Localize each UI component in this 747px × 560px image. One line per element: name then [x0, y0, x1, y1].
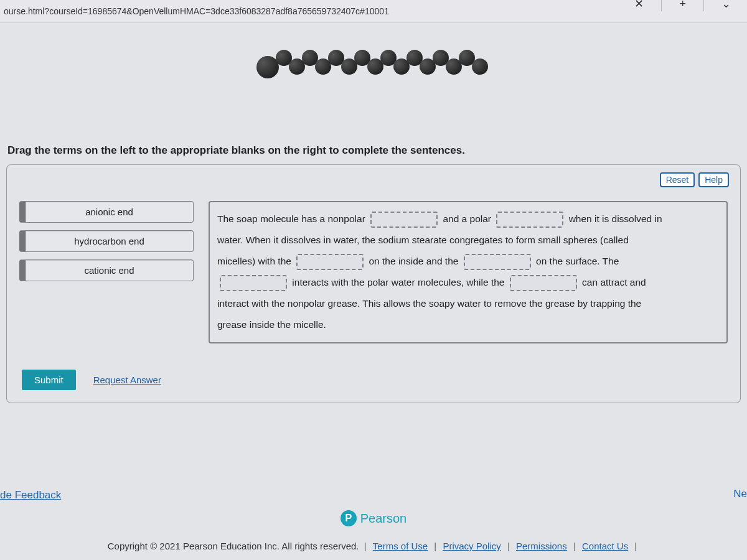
submit-row: Submit Request Answer: [22, 370, 725, 390]
footer: Copyright © 2021 Pearson Education Inc. …: [0, 541, 747, 551]
sentence-text: micelles) with the: [217, 256, 291, 266]
sentence-text: on the inside and the: [369, 256, 459, 266]
url-text: ourse.html?courseId=16985674&OpenVellumH…: [4, 6, 389, 16]
close-tab-icon[interactable]: ✕: [634, 0, 644, 11]
draggable-term[interactable]: hydrocarbon end: [19, 230, 194, 252]
blank-slot[interactable]: [220, 275, 287, 291]
drag-area: anionic end hydrocarbon end cationic end…: [19, 201, 728, 343]
permissions-link[interactable]: Permissions: [516, 541, 567, 551]
pipe-separator: |: [634, 541, 637, 551]
activity-controls: Reset Help: [660, 172, 729, 187]
blank-slot[interactable]: [296, 254, 364, 270]
sentence-text: interact with the nonpolar grease. This …: [217, 298, 641, 309]
new-tab-icon[interactable]: +: [679, 0, 686, 11]
browser-chrome: ourse.html?courseId=16985674&OpenVellumH…: [0, 0, 747, 22]
sentence-text: when it is dissolved in: [569, 213, 662, 224]
pearson-logo: P Pearson: [341, 510, 407, 526]
sentence-text: interacts with the polar water molecules…: [292, 277, 504, 287]
privacy-link[interactable]: Privacy Policy: [443, 541, 500, 551]
draggable-term[interactable]: cationic end: [19, 259, 194, 281]
molecule-image: [255, 40, 492, 95]
pipe-separator: |: [573, 541, 576, 551]
next-link-fragment[interactable]: Ne: [733, 488, 747, 500]
pearson-p-icon: P: [341, 510, 357, 526]
term-list: anionic end hydrocarbon end cationic end: [19, 201, 194, 343]
sentence-text: water. When it dissolves in water, the s…: [217, 235, 629, 245]
sentence-dropzone: The soap molecule has a nonpolar and a p…: [209, 201, 728, 343]
tab-separator: [661, 0, 662, 11]
brand-bar: P Pearson: [0, 510, 747, 526]
copyright-text: Copyright © 2021 Pearson Education Inc. …: [108, 541, 359, 551]
blank-slot[interactable]: [496, 212, 563, 228]
pipe-separator: |: [507, 541, 510, 551]
blank-slot[interactable]: [510, 275, 577, 291]
activity-panel: Reset Help anionic end hydrocarbon end c…: [6, 164, 741, 403]
draggable-term[interactable]: anionic end: [19, 201, 194, 223]
sentence-text: The soap molecule has a nonpolar: [217, 213, 365, 224]
blank-slot[interactable]: [464, 254, 531, 270]
sentence-text: on the surface. The: [536, 256, 619, 266]
tabs-menu-icon[interactable]: ⌄: [721, 0, 731, 11]
sentence-text: grease inside the micelle.: [217, 319, 326, 330]
tab-controls: ✕ + ⌄: [634, 0, 747, 11]
feedback-link[interactable]: de Feedback: [0, 489, 61, 502]
instructions-text: Drag the terms on the left to the approp…: [0, 144, 747, 164]
help-button[interactable]: Help: [698, 172, 729, 187]
pipe-separator: |: [434, 541, 436, 551]
sentence-text: and a polar: [443, 213, 491, 224]
contact-link[interactable]: Contact Us: [582, 541, 628, 551]
submit-button[interactable]: Submit: [22, 370, 76, 390]
tab-separator: [703, 0, 704, 11]
request-answer-link[interactable]: Request Answer: [93, 375, 161, 385]
terms-link[interactable]: Terms of Use: [373, 541, 428, 551]
atom-icon: [472, 58, 488, 75]
sentence-text: can attract and: [582, 277, 646, 287]
reset-button[interactable]: Reset: [660, 172, 695, 187]
pearson-name: Pearson: [360, 511, 407, 526]
blank-slot[interactable]: [370, 212, 438, 228]
pipe-separator: |: [364, 541, 367, 551]
